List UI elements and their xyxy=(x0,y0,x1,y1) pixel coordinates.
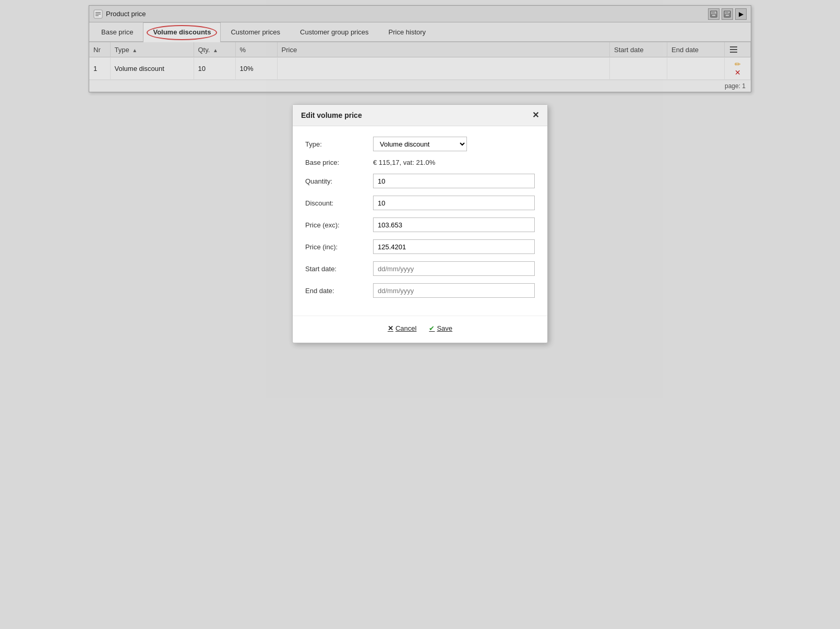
modal-overlay: Edit volume price ✕ Type: Volume discoun… xyxy=(0,0,840,98)
